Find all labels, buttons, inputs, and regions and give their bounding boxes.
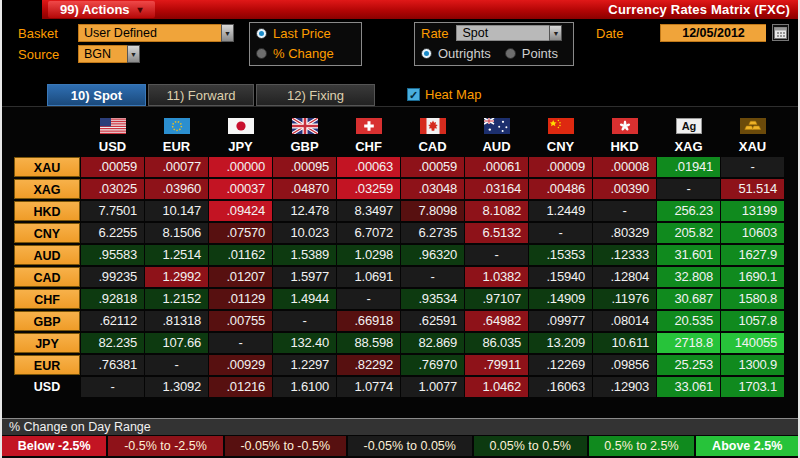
date-input[interactable]: 12/05/2012 [660,24,766,42]
rate-cell[interactable]: .99235 [81,267,144,287]
rate-cell[interactable]: 8.1082 [465,201,528,221]
rate-cell[interactable]: .00077 [145,157,208,177]
rate-cell[interactable]: .12804 [593,267,656,287]
rate-cell[interactable]: .01216 [209,377,272,397]
rate-cell[interactable]: 10.147 [145,201,208,221]
rate-cell[interactable]: - [337,289,400,309]
rate-cell[interactable]: .04870 [273,179,336,199]
tab-fixing[interactable]: 12) Fixing [256,84,375,106]
rate-cell[interactable]: 256.23 [657,201,720,221]
row-header-eur[interactable]: EUR [14,355,80,375]
rate-cell[interactable]: - [401,267,464,287]
rate-cell[interactable]: .09424 [209,201,272,221]
rate-cell[interactable]: 82.235 [81,333,144,353]
rate-dropdown[interactable]: Spot ▼ [456,25,562,41]
rate-cell[interactable]: .79911 [465,355,528,375]
rate-cell[interactable]: 8.1506 [145,223,208,243]
rate-cell[interactable]: .09977 [529,311,592,331]
row-header-aud[interactable]: AUD [14,245,80,265]
outrights-radio[interactable] [421,48,432,59]
rate-cell[interactable]: 6.7072 [337,223,400,243]
rate-cell[interactable]: .93534 [401,289,464,309]
pct-change-radio[interactable] [256,48,267,59]
rate-cell[interactable]: 10.023 [273,223,336,243]
rate-cell[interactable]: 20.535 [657,311,720,331]
rate-cell[interactable]: 1.2152 [145,289,208,309]
rate-cell[interactable]: .15353 [529,245,592,265]
rate-cell[interactable]: .01162 [209,245,272,265]
rate-cell[interactable]: .00486 [529,179,592,199]
rate-cell[interactable]: 1703.1 [721,377,784,397]
rate-cell[interactable]: - [209,333,272,353]
rate-cell[interactable]: 10603 [721,223,784,243]
last-price-radio-row[interactable]: Last Price [250,23,361,43]
rate-cell[interactable]: 1690.1 [721,267,784,287]
rate-cell[interactable]: .00390 [593,179,656,199]
rate-cell[interactable]: - [593,201,656,221]
rate-cell[interactable]: 88.598 [337,333,400,353]
rate-cell[interactable]: 1627.9 [721,245,784,265]
rate-cell[interactable]: - [721,157,784,177]
rate-cell[interactable]: .12333 [593,245,656,265]
rate-cell[interactable]: 1.2449 [529,201,592,221]
heat-map-checkbox[interactable]: ✓ [407,88,420,101]
rate-cell[interactable]: .92818 [81,289,144,309]
rate-cell[interactable]: .81318 [145,311,208,331]
rate-cell[interactable]: 1.0077 [401,377,464,397]
rate-cell[interactable]: .03164 [465,179,528,199]
rate-cell[interactable]: 1.5389 [273,245,336,265]
tab-forward[interactable]: 11) Forward [148,84,254,106]
rate-cell[interactable]: .03048 [401,179,464,199]
row-header-cny[interactable]: CNY [14,223,80,243]
points-radio[interactable] [505,48,516,59]
rate-cell[interactable]: .08014 [593,311,656,331]
rate-cell[interactable]: .16063 [529,377,592,397]
calendar-button[interactable] [772,24,789,41]
rate-cell[interactable]: .00009 [529,157,592,177]
rate-cell[interactable]: 1300.9 [721,355,784,375]
rate-cell[interactable]: .03025 [81,179,144,199]
rate-cell[interactable]: 7.7501 [81,201,144,221]
rate-cell[interactable]: 1.3092 [145,377,208,397]
rate-cell[interactable]: .00037 [209,179,272,199]
rate-cell[interactable]: .97107 [465,289,528,309]
rate-cell[interactable]: .64982 [465,311,528,331]
rate-cell[interactable]: 1.0298 [337,245,400,265]
rate-cell[interactable]: .00008 [593,157,656,177]
rate-cell[interactable]: 1.6100 [273,377,336,397]
rate-cell[interactable]: 82.869 [401,333,464,353]
rate-cell[interactable]: 7.8098 [401,201,464,221]
source-dropdown[interactable]: BGN ▼ [78,45,140,63]
rate-cell[interactable]: 1.5977 [273,267,336,287]
rate-cell[interactable]: 30.687 [657,289,720,309]
rate-cell[interactable]: 1.2992 [145,267,208,287]
rate-cell[interactable]: 1.0691 [337,267,400,287]
rate-cell[interactable]: .76381 [81,355,144,375]
row-header-xau[interactable]: XAU [14,157,80,177]
rate-cell[interactable]: - [81,377,144,397]
rate-cell[interactable]: .14909 [529,289,592,309]
rate-cell[interactable]: 1.0382 [465,267,528,287]
rate-cell[interactable]: .66918 [337,311,400,331]
rate-cell[interactable]: .00000 [209,157,272,177]
rate-cell[interactable]: 12.478 [273,201,336,221]
rate-cell[interactable]: .00063 [337,157,400,177]
last-price-radio[interactable] [256,28,267,39]
rate-cell[interactable]: .00061 [465,157,528,177]
rate-cell[interactable]: - [529,223,592,243]
row-header-gbp[interactable]: GBP [14,311,80,331]
dropdown-arrow-icon[interactable]: ▼ [549,25,562,41]
rate-cell[interactable]: 1057.8 [721,311,784,331]
rate-cell[interactable]: 205.82 [657,223,720,243]
rate-cell[interactable]: 140055 [721,333,784,353]
rate-cell[interactable]: 33.061 [657,377,720,397]
rate-cell[interactable]: .07570 [209,223,272,243]
rate-cell[interactable]: .00059 [401,157,464,177]
rate-cell[interactable]: - [273,311,336,331]
pct-change-radio-row[interactable]: % Change [250,43,361,63]
rate-cell[interactable]: .09856 [593,355,656,375]
rate-cell[interactable]: .03259 [337,179,400,199]
rate-cell[interactable]: 13.209 [529,333,592,353]
rate-cell[interactable]: - [657,179,720,199]
rate-cell[interactable]: .00929 [209,355,272,375]
